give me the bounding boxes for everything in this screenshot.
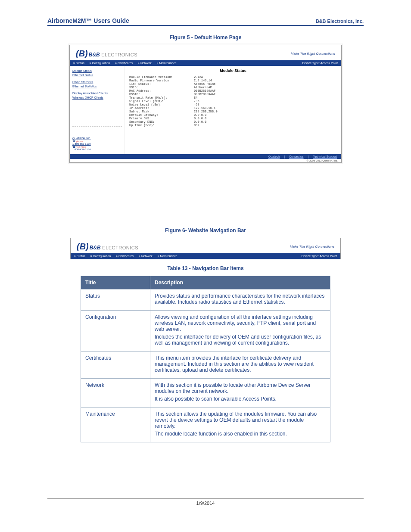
- nav-network[interactable]: » Network: [138, 62, 152, 65]
- header-right: B&B Electronics, Inc.: [316, 19, 364, 24]
- figure5-screenshot: (B) B&B ELECTRONICS Make The Right Conne…: [69, 45, 342, 163]
- stat-label: Transmit Rate (Mb/s):: [129, 96, 190, 100]
- table-row: MaintenanceThis section allows the updat…: [81, 408, 330, 442]
- device-type-label-2: Device Type: Access Point: [302, 255, 337, 258]
- nav-certificates[interactable]: » Certificates: [115, 62, 133, 65]
- table13: Title Description StatusProvides status …: [81, 276, 330, 442]
- shot2-navbar: » Status » Configuration » Certificates …: [71, 253, 340, 259]
- table-row: CertificatesThis menu item provides the …: [81, 352, 330, 379]
- shot-footer: Quatech | Contact us | Technical Support: [70, 154, 341, 159]
- bb-logo-2: (B) B&B ELECTRONICS: [77, 242, 138, 252]
- stat-value: 832: [194, 124, 246, 127]
- nav2-configuration[interactable]: » Configuration: [90, 255, 111, 258]
- stat-label: IP Address:: [129, 106, 190, 110]
- stat-value: 000B28059AAF: [194, 89, 246, 93]
- stat-label: Secondary DNS:: [129, 120, 190, 124]
- stat-label: Up Time (Sec):: [129, 124, 190, 127]
- nav2-status[interactable]: » Status: [74, 255, 85, 258]
- side-dhcp-clients[interactable]: Wireless DHCP Clients: [72, 96, 122, 99]
- stat-label: Radio Firmware Version:: [129, 79, 190, 82]
- nav-status[interactable]: » Status: [73, 62, 84, 65]
- phone1: 1-800-553-1170: [72, 143, 91, 145]
- stat-label: BSSID:: [129, 93, 190, 96]
- stat-label: MAC Address:: [129, 89, 190, 93]
- row-desc: This menu item provides the interface fo…: [150, 352, 330, 379]
- row-desc: With this section it is possible to loca…: [150, 379, 330, 408]
- header-left: AirborneM2M™ Users Guide: [47, 17, 129, 24]
- quatech-link[interactable]: QUATECH INC.: [72, 137, 91, 140]
- side-radio-statistics[interactable]: Radio Statistics: [72, 81, 122, 84]
- figure5-caption: Figure 5 - Default Home Page: [47, 34, 364, 40]
- stat-value: -98: [194, 103, 246, 106]
- page-header: AirborneM2M™ Users Guide B&B Electronics…: [47, 17, 364, 26]
- stat-label: SSID:: [129, 86, 190, 89]
- row-title: Certificates: [81, 352, 150, 379]
- bb-logo: (B) B&B ELECTRONICS: [76, 49, 137, 59]
- contact-block: QUATECH INC. ☎ phone 1-800-553-1170 ☎ To…: [72, 137, 122, 151]
- stat-value: 0.0.0.0: [194, 120, 246, 124]
- nav2-certificates[interactable]: » Certificates: [116, 255, 134, 258]
- shot-sidebar: Module Status Ethernet Status Radio Stat…: [70, 66, 125, 154]
- logo-icon: (B): [76, 49, 88, 59]
- stat-label: Signal Level (dBm):: [129, 100, 190, 103]
- nav2-network[interactable]: » Network: [139, 255, 153, 258]
- stat-value: 54: [194, 96, 246, 100]
- nav2-maintenance[interactable]: » Maintenance: [158, 255, 177, 258]
- logo-icon-2: (B): [77, 242, 89, 252]
- figure6-screenshot: (B) B&B ELECTRONICS Make The Right Conne…: [70, 238, 341, 259]
- stat-value: 000B28059AAF: [194, 93, 246, 96]
- stat-value: 255.255.255.0: [194, 110, 246, 113]
- nav-configuration[interactable]: » Configuration: [90, 62, 110, 65]
- nav-maintenance[interactable]: » Maintenance: [157, 62, 177, 65]
- module-status-title: Module Status: [129, 68, 337, 73]
- row-desc: Allows viewing and configuration of all …: [150, 311, 330, 352]
- device-type-label: Device Type: Access Point: [302, 62, 338, 65]
- table13-caption: Table 13 - Navigation Bar Items: [47, 265, 364, 271]
- row-desc: This section allows the updating of the …: [150, 408, 330, 442]
- stat-label: Noise Level (dBm):: [129, 103, 190, 106]
- logo-brand: B&B ELECTRONICS: [89, 52, 137, 58]
- row-title: Network: [81, 379, 150, 408]
- shot-main: Module Status Module Firmware Version:2.…: [125, 66, 341, 154]
- shot-header: (B) B&B ELECTRONICS Make The Right Conne…: [70, 45, 341, 60]
- row-title: Maintenance: [81, 408, 150, 442]
- phone2: 1-330-434-3154: [72, 148, 91, 151]
- row-desc: Provides status and performance characte…: [150, 289, 330, 311]
- stat-label: Subnet Mask:: [129, 110, 190, 113]
- row-title: Configuration: [81, 311, 150, 352]
- stat-value: 192.168.10.1: [194, 106, 246, 110]
- row-title: Status: [81, 289, 150, 311]
- foot-quatech[interactable]: Quatech: [268, 155, 280, 158]
- side-assoc-clients[interactable]: Display Associated Clients: [72, 92, 122, 95]
- logo-brand-2: B&B ELECTRONICS: [90, 245, 138, 251]
- footer-date: 1/9/2014: [196, 501, 215, 506]
- side-ethernet-statistics[interactable]: Ethernet Statistics: [72, 85, 122, 88]
- th-title: Title: [81, 276, 150, 289]
- stat-label: Default Gateway:: [129, 113, 190, 117]
- stat-label: Module Firmware Version:: [129, 75, 190, 79]
- stat-value: 0.0.0.0: [194, 117, 246, 120]
- status-grid: Module Firmware Version:2.12ARadio Firmw…: [129, 75, 337, 127]
- stat-value: -36: [194, 100, 246, 103]
- shot-copyright: © 2008-2012 Quatech, Inc.: [70, 159, 341, 162]
- foot-contact[interactable]: Contact us: [289, 155, 303, 158]
- tagline-2: Make The Right Connections: [290, 245, 334, 249]
- page-footer: 1/9/2014: [47, 498, 364, 506]
- shot-navbar: » Status » Configuration » Certificates …: [70, 60, 341, 66]
- stat-value: 2.12A: [194, 75, 246, 79]
- table-row: StatusProvides status and performance ch…: [81, 289, 330, 311]
- table-row: NetworkWith this section it is possible …: [81, 379, 330, 408]
- stat-label: Link Status:: [129, 82, 190, 86]
- stat-value: AirborneAP: [194, 86, 246, 89]
- stat-value: Access Point: [194, 82, 246, 86]
- stat-label: Primary DNS:: [129, 117, 190, 120]
- stat-value: 2.2.146.14: [194, 79, 246, 82]
- foot-support[interactable]: Technical Support: [313, 155, 337, 158]
- figure6-caption: Figure 6- Website Navigation Bar: [47, 227, 364, 233]
- tagline: Make The Right Connections: [291, 52, 335, 56]
- side-module-status[interactable]: Module Status: [72, 69, 122, 72]
- table-row: ConfigurationAllows viewing and configur…: [81, 311, 330, 352]
- th-description: Description: [150, 276, 330, 289]
- stat-value: 0.0.0.0: [194, 113, 246, 117]
- side-ethernet-status[interactable]: Ethernet Status: [72, 74, 122, 77]
